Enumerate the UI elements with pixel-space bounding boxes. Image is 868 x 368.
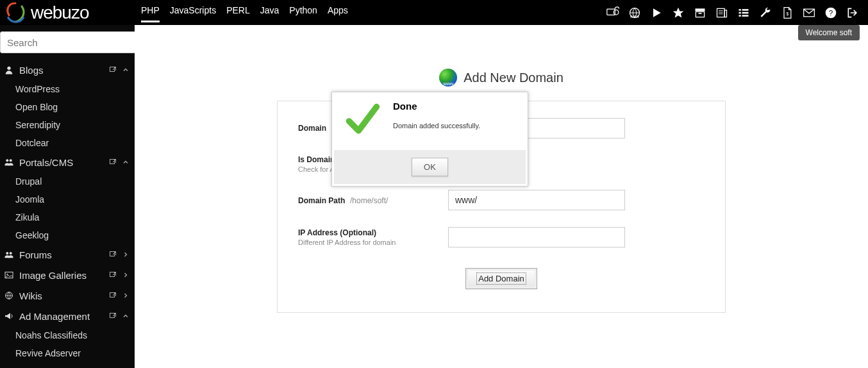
svg-point-1 [613,10,619,15]
page-title: Add New Domain [463,71,563,85]
path-input[interactable] [448,190,625,210]
popout-icon[interactable] [109,311,117,322]
swirl-icon [3,0,28,26]
sidebar: Blogs WordPress Open Blog Serendipity Do… [0,25,135,368]
svg-rect-19 [742,15,749,17]
brand-logo[interactable]: webuzo [0,0,135,26]
svg-rect-7 [696,12,704,17]
domain-globe-icon [439,69,457,87]
top-icons: WWW $ ? [606,6,868,19]
topnav-item-java[interactable]: Java [260,3,280,22]
sidebar-item-dotclear[interactable]: Dotclear [0,134,135,152]
svg-rect-10 [724,10,726,17]
ip-label: IP Address (Optional) [298,228,448,237]
popout-icon[interactable] [109,270,117,281]
svg-rect-17 [742,9,749,11]
sidebar-cat-blogs[interactable]: Blogs [0,60,135,80]
help-icon[interactable]: ? [824,6,837,19]
topbar: webuzo PHP JavaScripts PERL Java Python … [0,0,868,25]
demo-icon[interactable] [606,6,619,19]
list-icon[interactable] [737,6,750,19]
svg-rect-15 [739,12,741,13]
bullhorn-icon [3,311,15,321]
modal-message: Domain added successfully. [393,122,480,130]
svg-point-26 [7,67,10,70]
ok-button[interactable]: OK [412,158,448,176]
topnav-item-javascripts[interactable]: JavaScripts [170,3,216,22]
star-icon[interactable] [672,6,685,19]
sidebar-cat-label: Image Galleries [19,270,109,281]
sidebar-cat-label: Blogs [19,65,109,76]
svg-text:$: $ [787,12,789,16]
svg-point-38 [6,274,8,275]
chevron-right-icon [122,290,129,301]
sidebar-item-joomla[interactable]: Joomla [0,190,135,208]
svg-rect-16 [739,15,741,17]
sidebar-item-zikula[interactable]: Zikula [0,208,135,226]
topnav-item-apps[interactable]: Apps [328,3,348,22]
chevron-right-icon [122,270,129,281]
logout-icon[interactable] [846,6,859,19]
popout-icon[interactable] [109,157,117,168]
topnav-item-python[interactable]: Python [289,3,317,22]
content-area: Add New Domain Domain Is Domain Addon ? … [135,25,868,368]
success-modal: Done Domain added successfully. OK [331,92,528,187]
svg-text:?: ? [829,8,833,17]
add-domain-button[interactable]: Add Domain [465,268,537,289]
mail-icon[interactable] [803,6,815,19]
modal-title: Done [393,101,480,112]
archive-icon[interactable] [694,6,706,19]
svg-rect-8 [699,13,702,14]
sidebar-cat-galleries[interactable]: Image Galleries [0,265,135,285]
wrench-icon[interactable] [759,6,772,19]
sidebar-item-drupal[interactable]: Drupal [0,172,135,190]
sidebar-cat-label: Portals/CMS [19,157,109,168]
sidebar-cat-wikis[interactable]: Wikis [0,285,135,306]
popout-icon[interactable] [109,249,117,260]
svg-rect-14 [739,9,741,11]
news-icon[interactable] [715,6,728,19]
sidebar-item-revive[interactable]: Revive Adserver [0,344,135,362]
sidebar-cat-label: Forums [19,249,109,260]
file-icon[interactable]: $ [781,6,794,19]
www-globe-icon[interactable]: WWW [628,6,641,19]
image-icon [3,270,15,280]
user-icon [3,65,15,75]
ip-hint: Different IP Address for domain [298,238,448,246]
popout-icon[interactable] [109,290,117,301]
sidebar-item-openblog[interactable]: Open Blog [0,98,135,116]
sidebar-item-wordpress[interactable]: WordPress [0,80,135,98]
play-icon[interactable] [650,6,663,19]
svg-marker-4 [653,8,661,17]
topnav: PHP JavaScripts PERL Java Python Apps [135,3,348,22]
svg-rect-9 [717,8,725,17]
group-icon [3,249,15,260]
sidebar-item-noahs[interactable]: Noahs Classifieds [0,326,135,344]
sidebar-cat-label: Ad Management [19,311,109,322]
ip-input[interactable] [448,227,625,247]
welcome-tooltip: Welcome soft [798,25,860,40]
sidebar-cat-ads[interactable]: Ad Management [0,306,135,326]
path-label: Domain Path [298,196,345,205]
svg-text:WWW: WWW [630,15,639,19]
popout-icon[interactable] [109,65,117,76]
users-icon [3,157,15,167]
svg-point-29 [6,159,8,162]
brand-name: webuzo [31,3,89,23]
topnav-item-perl[interactable]: PERL [226,3,250,22]
sidebar-item-serendipity[interactable]: Serendipity [0,116,135,134]
svg-rect-18 [742,12,749,13]
sidebar-item-geeklog[interactable]: Geeklog [0,226,135,244]
sidebar-cat-label: Wikis [19,290,109,301]
svg-rect-6 [696,8,705,11]
check-icon [343,101,381,141]
svg-point-33 [6,252,8,255]
topnav-item-php[interactable]: PHP [141,3,160,22]
globe-icon [3,290,15,301]
chevron-up-icon [122,65,129,76]
chevron-right-icon [122,249,129,260]
sidebar-cat-portals[interactable]: Portals/CMS [0,152,135,172]
path-prefix: /home/soft/ [350,196,388,205]
sidebar-cat-forums[interactable]: Forums [0,244,135,265]
search-input[interactable] [0,31,135,53]
